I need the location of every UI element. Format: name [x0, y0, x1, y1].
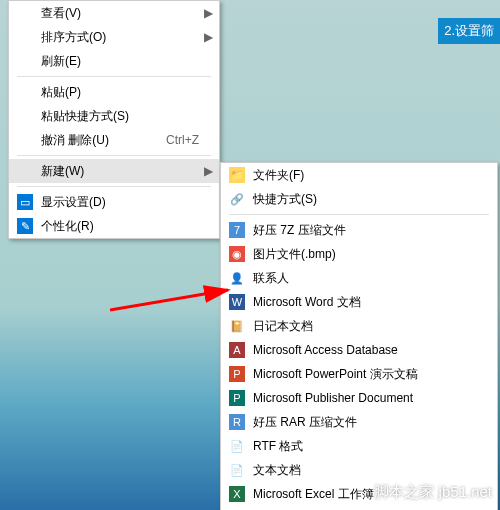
menu-label: 排序方式(O)	[41, 29, 106, 46]
separator	[17, 155, 211, 156]
context-menu-main: 查看(V)▶ 排序方式(O)▶ 刷新(E) 粘贴(P) 粘贴快捷方式(S) 撤消…	[8, 0, 220, 239]
menu-label: 查看(V)	[41, 5, 81, 22]
menu-undo-delete[interactable]: 撤消 删除(U)Ctrl+Z	[9, 128, 219, 152]
publisher-icon: P	[229, 390, 245, 406]
menu-label: Microsoft Access Database	[253, 343, 398, 357]
menu-label: 文本文档	[253, 462, 301, 479]
new-contact[interactable]: 👤联系人	[221, 266, 497, 290]
menu-label: 图片文件(.bmp)	[253, 246, 336, 263]
new-haozip-rar[interactable]: R好压 RAR 压缩文件	[221, 410, 497, 434]
separator	[229, 214, 489, 215]
contact-icon: 👤	[229, 270, 245, 286]
menu-display-settings[interactable]: ▭显示设置(D)	[9, 190, 219, 214]
submenu-arrow-icon: ▶	[204, 6, 213, 20]
keyboard-shortcut: Ctrl+Z	[166, 133, 199, 147]
menu-label: 好压 RAR 压缩文件	[253, 414, 357, 431]
menu-paste-shortcut[interactable]: 粘贴快捷方式(S)	[9, 104, 219, 128]
image-icon: ◉	[229, 246, 245, 262]
word-icon: W	[229, 294, 245, 310]
menu-personalize[interactable]: ✎个性化(R)	[9, 214, 219, 238]
display-icon: ▭	[17, 194, 33, 210]
new-shortcut[interactable]: 🔗快捷方式(S)	[221, 187, 497, 211]
rtf-icon: 📄	[229, 438, 245, 454]
new-diary[interactable]: 📔日记本文档	[221, 314, 497, 338]
menu-sort[interactable]: 排序方式(O)▶	[9, 25, 219, 49]
svg-line-0	[110, 290, 228, 310]
new-haozip-7z[interactable]: 7好压 7Z 压缩文件	[221, 218, 497, 242]
menu-paste[interactable]: 粘贴(P)	[9, 80, 219, 104]
menu-label: Microsoft Publisher Document	[253, 391, 413, 405]
callout-label: 2.设置筛	[438, 18, 500, 44]
new-rtf[interactable]: 📄RTF 格式	[221, 434, 497, 458]
menu-view[interactable]: 查看(V)▶	[9, 1, 219, 25]
shortcut-icon: 🔗	[229, 191, 245, 207]
watermark: 脚本之家 jb51.net	[374, 483, 492, 502]
menu-label: Microsoft Excel 工作簿	[253, 486, 374, 503]
menu-label: 撤消 删除(U)	[41, 132, 109, 149]
menu-label: Microsoft Word 文档	[253, 294, 361, 311]
archive-icon: R	[229, 414, 245, 430]
context-menu-new-submenu: 📁文件夹(F) 🔗快捷方式(S) 7好压 7Z 压缩文件 ◉图片文件(.bmp)…	[220, 162, 498, 510]
new-word-doc[interactable]: WMicrosoft Word 文档	[221, 290, 497, 314]
new-bmp[interactable]: ◉图片文件(.bmp)	[221, 242, 497, 266]
diary-icon: 📔	[229, 318, 245, 334]
txt-icon: 📄	[229, 462, 245, 478]
menu-label: 好压 7Z 压缩文件	[253, 222, 346, 239]
submenu-arrow-icon: ▶	[204, 30, 213, 44]
new-access-db[interactable]: AMicrosoft Access Database	[221, 338, 497, 362]
powerpoint-icon: P	[229, 366, 245, 382]
separator	[17, 186, 211, 187]
menu-new[interactable]: 新建(W)▶	[9, 159, 219, 183]
menu-label: 个性化(R)	[41, 218, 94, 235]
personalize-icon: ✎	[17, 218, 33, 234]
new-folder[interactable]: 📁文件夹(F)	[221, 163, 497, 187]
menu-label: Microsoft PowerPoint 演示文稿	[253, 366, 418, 383]
menu-label: 粘贴快捷方式(S)	[41, 108, 129, 125]
new-txt[interactable]: 📄文本文档	[221, 458, 497, 482]
new-publisher[interactable]: PMicrosoft Publisher Document	[221, 386, 497, 410]
menu-label: 新建(W)	[41, 163, 84, 180]
folder-icon: 📁	[229, 167, 245, 183]
menu-label: 粘贴(P)	[41, 84, 81, 101]
menu-label: 日记本文档	[253, 318, 313, 335]
archive-icon: 7	[229, 222, 245, 238]
submenu-arrow-icon: ▶	[204, 164, 213, 178]
menu-label: 联系人	[253, 270, 289, 287]
excel-icon: X	[229, 486, 245, 502]
new-powerpoint[interactable]: PMicrosoft PowerPoint 演示文稿	[221, 362, 497, 386]
separator	[17, 76, 211, 77]
menu-refresh[interactable]: 刷新(E)	[9, 49, 219, 73]
menu-label: 显示设置(D)	[41, 194, 106, 211]
menu-label: 刷新(E)	[41, 53, 81, 70]
new-haozip-zip[interactable]: Z好压 ZIP 压缩文件	[221, 506, 497, 510]
menu-label: 文件夹(F)	[253, 167, 304, 184]
menu-label: RTF 格式	[253, 438, 303, 455]
access-icon: A	[229, 342, 245, 358]
menu-label: 快捷方式(S)	[253, 191, 317, 208]
